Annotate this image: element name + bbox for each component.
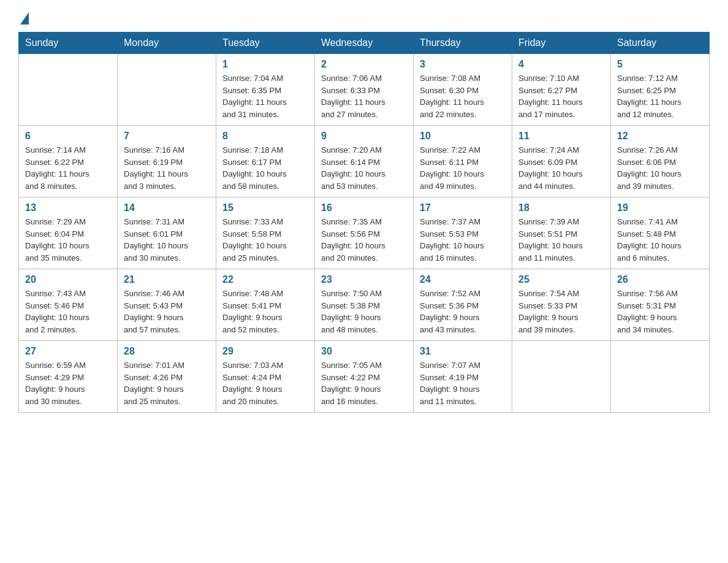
- calendar-table: SundayMondayTuesdayWednesdayThursdayFrid…: [18, 32, 710, 413]
- day-number: 9: [321, 131, 407, 142]
- calendar-cell: 3Sunrise: 7:08 AM Sunset: 6:30 PM Daylig…: [414, 54, 512, 126]
- calendar-cell: 7Sunrise: 7:16 AM Sunset: 6:19 PM Daylig…: [118, 126, 216, 197]
- day-number: 24: [420, 274, 506, 285]
- day-info: Sunrise: 7:37 AM Sunset: 5:53 PM Dayligh…: [420, 216, 506, 264]
- calendar-cell: 23Sunrise: 7:50 AM Sunset: 5:38 PM Dayli…: [315, 269, 414, 341]
- calendar-week-row: 1Sunrise: 7:04 AM Sunset: 6:35 PM Daylig…: [19, 54, 710, 126]
- calendar-cell: 25Sunrise: 7:54 AM Sunset: 5:33 PM Dayli…: [512, 269, 611, 341]
- calendar-week-row: 13Sunrise: 7:29 AM Sunset: 6:04 PM Dayli…: [19, 197, 710, 269]
- day-info: Sunrise: 6:59 AM Sunset: 4:29 PM Dayligh…: [25, 359, 111, 407]
- day-info: Sunrise: 7:56 AM Sunset: 5:31 PM Dayligh…: [617, 288, 703, 335]
- calendar-cell: 2Sunrise: 7:06 AM Sunset: 6:33 PM Daylig…: [315, 54, 414, 126]
- day-number: 29: [222, 346, 308, 357]
- day-info: Sunrise: 7:29 AM Sunset: 6:04 PM Dayligh…: [25, 216, 111, 264]
- day-number: 10: [420, 131, 506, 142]
- calendar-week-row: 20Sunrise: 7:43 AM Sunset: 5:46 PM Dayli…: [19, 269, 710, 341]
- day-info: Sunrise: 7:10 AM Sunset: 6:27 PM Dayligh…: [518, 72, 604, 120]
- day-info: Sunrise: 7:39 AM Sunset: 5:51 PM Dayligh…: [518, 216, 604, 264]
- calendar-cell: 5Sunrise: 7:12 AM Sunset: 6:25 PM Daylig…: [611, 54, 710, 126]
- day-info: Sunrise: 7:16 AM Sunset: 6:19 PM Dayligh…: [124, 144, 210, 192]
- calendar-cell: 17Sunrise: 7:37 AM Sunset: 5:53 PM Dayli…: [414, 197, 512, 269]
- calendar-header-row: SundayMondayTuesdayWednesdayThursdayFrid…: [19, 33, 710, 54]
- calendar-cell: [611, 341, 710, 413]
- calendar-cell: 14Sunrise: 7:31 AM Sunset: 6:01 PM Dayli…: [118, 197, 216, 269]
- day-number: 1: [222, 59, 308, 70]
- page-header: [18, 12, 710, 26]
- day-info: Sunrise: 7:41 AM Sunset: 5:48 PM Dayligh…: [617, 216, 703, 264]
- calendar-week-row: 27Sunrise: 6:59 AM Sunset: 4:29 PM Dayli…: [19, 341, 710, 413]
- calendar-header-wednesday: Wednesday: [315, 33, 414, 54]
- day-info: Sunrise: 7:06 AM Sunset: 6:33 PM Dayligh…: [321, 72, 407, 120]
- calendar-cell: 6Sunrise: 7:14 AM Sunset: 6:22 PM Daylig…: [19, 126, 118, 197]
- day-info: Sunrise: 7:01 AM Sunset: 4:26 PM Dayligh…: [124, 359, 210, 407]
- day-info: Sunrise: 7:08 AM Sunset: 6:30 PM Dayligh…: [420, 72, 506, 120]
- calendar-cell: 29Sunrise: 7:03 AM Sunset: 4:24 PM Dayli…: [216, 341, 315, 413]
- day-number: 3: [420, 59, 506, 70]
- calendar-header-friday: Friday: [512, 33, 611, 54]
- logo-triangle-icon: [20, 12, 29, 25]
- calendar-cell: 9Sunrise: 7:20 AM Sunset: 6:14 PM Daylig…: [315, 126, 414, 197]
- day-number: 26: [617, 274, 703, 285]
- calendar-cell: 16Sunrise: 7:35 AM Sunset: 5:56 PM Dayli…: [315, 197, 414, 269]
- day-number: 23: [321, 274, 407, 285]
- day-info: Sunrise: 7:43 AM Sunset: 5:46 PM Dayligh…: [25, 288, 111, 335]
- day-info: Sunrise: 7:35 AM Sunset: 5:56 PM Dayligh…: [321, 216, 407, 264]
- calendar-header-monday: Monday: [118, 33, 216, 54]
- day-number: 12: [617, 131, 703, 142]
- calendar-cell: 28Sunrise: 7:01 AM Sunset: 4:26 PM Dayli…: [118, 341, 216, 413]
- calendar-cell: 22Sunrise: 7:48 AM Sunset: 5:41 PM Dayli…: [216, 269, 315, 341]
- day-info: Sunrise: 7:04 AM Sunset: 6:35 PM Dayligh…: [222, 72, 308, 120]
- calendar-header-saturday: Saturday: [611, 33, 710, 54]
- calendar-cell: 10Sunrise: 7:22 AM Sunset: 6:11 PM Dayli…: [414, 126, 512, 197]
- calendar-cell: 19Sunrise: 7:41 AM Sunset: 5:48 PM Dayli…: [611, 197, 710, 269]
- day-number: 19: [617, 202, 703, 213]
- calendar-header-tuesday: Tuesday: [216, 33, 315, 54]
- day-info: Sunrise: 7:24 AM Sunset: 6:09 PM Dayligh…: [518, 144, 604, 192]
- day-number: 30: [321, 346, 407, 357]
- day-info: Sunrise: 7:07 AM Sunset: 4:19 PM Dayligh…: [420, 359, 506, 407]
- calendar-cell: [118, 54, 216, 126]
- day-number: 4: [518, 59, 604, 70]
- calendar-cell: 13Sunrise: 7:29 AM Sunset: 6:04 PM Dayli…: [19, 197, 118, 269]
- calendar-cell: 21Sunrise: 7:46 AM Sunset: 5:43 PM Dayli…: [118, 269, 216, 341]
- calendar-cell: 18Sunrise: 7:39 AM Sunset: 5:51 PM Dayli…: [512, 197, 611, 269]
- day-number: 28: [124, 346, 210, 357]
- calendar-header-sunday: Sunday: [19, 33, 118, 54]
- day-number: 14: [124, 202, 210, 213]
- calendar-cell: [512, 341, 611, 413]
- day-info: Sunrise: 7:14 AM Sunset: 6:22 PM Dayligh…: [25, 144, 111, 192]
- day-number: 7: [124, 131, 210, 142]
- calendar-cell: 12Sunrise: 7:26 AM Sunset: 6:06 PM Dayli…: [611, 126, 710, 197]
- calendar-cell: [19, 54, 118, 126]
- day-number: 5: [617, 59, 703, 70]
- day-number: 25: [518, 274, 604, 285]
- day-number: 8: [222, 131, 308, 142]
- day-number: 27: [25, 346, 111, 357]
- day-info: Sunrise: 7:26 AM Sunset: 6:06 PM Dayligh…: [617, 144, 703, 192]
- calendar-cell: 1Sunrise: 7:04 AM Sunset: 6:35 PM Daylig…: [216, 54, 315, 126]
- calendar-cell: 11Sunrise: 7:24 AM Sunset: 6:09 PM Dayli…: [512, 126, 611, 197]
- day-number: 15: [222, 202, 308, 213]
- day-info: Sunrise: 7:12 AM Sunset: 6:25 PM Dayligh…: [617, 72, 703, 120]
- day-info: Sunrise: 7:50 AM Sunset: 5:38 PM Dayligh…: [321, 288, 407, 335]
- day-number: 31: [420, 346, 506, 357]
- day-number: 11: [518, 131, 604, 142]
- day-info: Sunrise: 7:31 AM Sunset: 6:01 PM Dayligh…: [124, 216, 210, 264]
- calendar-cell: 4Sunrise: 7:10 AM Sunset: 6:27 PM Daylig…: [512, 54, 611, 126]
- day-info: Sunrise: 7:48 AM Sunset: 5:41 PM Dayligh…: [222, 288, 308, 335]
- calendar-cell: 8Sunrise: 7:18 AM Sunset: 6:17 PM Daylig…: [216, 126, 315, 197]
- calendar-cell: 27Sunrise: 6:59 AM Sunset: 4:29 PM Dayli…: [19, 341, 118, 413]
- calendar-header-thursday: Thursday: [414, 33, 512, 54]
- day-number: 18: [518, 202, 604, 213]
- day-number: 17: [420, 202, 506, 213]
- calendar-cell: 20Sunrise: 7:43 AM Sunset: 5:46 PM Dayli…: [19, 269, 118, 341]
- day-number: 6: [25, 131, 111, 142]
- day-info: Sunrise: 7:05 AM Sunset: 4:22 PM Dayligh…: [321, 359, 407, 407]
- day-info: Sunrise: 7:33 AM Sunset: 5:58 PM Dayligh…: [222, 216, 308, 264]
- day-number: 22: [222, 274, 308, 285]
- calendar-cell: 30Sunrise: 7:05 AM Sunset: 4:22 PM Dayli…: [315, 341, 414, 413]
- day-info: Sunrise: 7:03 AM Sunset: 4:24 PM Dayligh…: [222, 359, 308, 407]
- day-number: 16: [321, 202, 407, 213]
- logo: [18, 12, 29, 26]
- day-info: Sunrise: 7:20 AM Sunset: 6:14 PM Dayligh…: [321, 144, 407, 192]
